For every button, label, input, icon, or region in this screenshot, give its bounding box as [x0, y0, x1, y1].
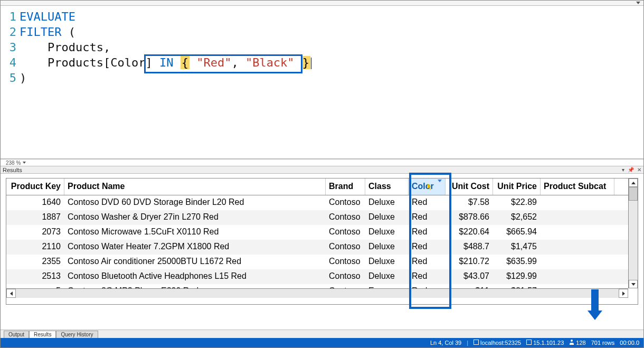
table-row[interactable]: 2355Contoso Air conditioner 25000BTU L16…	[6, 255, 638, 269]
annotation-arrow-icon	[588, 289, 602, 320]
tab-results[interactable]: Results	[29, 331, 56, 338]
chevron-down-icon	[23, 162, 26, 164]
col-header-product-key[interactable]: Product Key	[6, 178, 64, 195]
col-header-unit-price[interactable]: Unit Price	[493, 178, 541, 195]
col-header-color[interactable]: Color	[409, 178, 446, 195]
tab-query-history[interactable]: Query History	[56, 331, 98, 338]
scroll-up-button[interactable]	[629, 178, 638, 187]
status-caret-position: Ln 4, Col 39	[430, 340, 461, 346]
col-header-class[interactable]: Class	[365, 178, 409, 195]
person-icon	[569, 340, 574, 345]
table-row[interactable]: 5Contoso 2G MP3 Player E200 RedContosoEc…	[6, 284, 638, 288]
table-row[interactable]: 1887Contoso Washer & Dryer 27in L270 Red…	[6, 210, 638, 225]
bottom-tabs[interactable]: Output Results Query History	[1, 330, 643, 338]
filter-icon	[438, 180, 442, 182]
col-header-product-name[interactable]: Product Name	[64, 178, 326, 195]
version-icon	[526, 340, 532, 345]
dax-keyword: EVALUATE	[20, 10, 75, 23]
annotation-box-editor	[144, 54, 302, 73]
status-time: 00:00.0	[620, 340, 639, 346]
line-gutter: 12345	[1, 6, 20, 158]
server-icon	[473, 340, 479, 345]
scroll-thumb[interactable]	[629, 187, 638, 201]
table-row[interactable]: 2073Contoso Microwave 1.5CuFt X0110 RedC…	[6, 225, 638, 240]
status-bar: Ln 4, Col 39 | localhost:52325 15.1.101.…	[1, 338, 643, 347]
col-header-brand[interactable]: Brand	[326, 178, 365, 195]
results-panel-header: Results ▾ 📌 ✕	[1, 166, 643, 174]
status-spid: 128	[569, 340, 585, 346]
tab-output[interactable]: Output	[4, 331, 29, 338]
scroll-track[interactable]	[16, 289, 619, 298]
panel-dropdown-icon[interactable]: ▾	[622, 167, 624, 173]
scroll-track[interactable]	[629, 187, 638, 280]
grid-body[interactable]: 1640Contoso DVD 60 DVD Storage Binder L2…	[6, 195, 638, 288]
results-area: Product Key Product Name Brand Class Col…	[1, 174, 643, 330]
zoom-combo[interactable]: 238 %	[1, 159, 643, 166]
brace-close-highlight: }	[301, 56, 310, 69]
status-rows: 701 rows	[591, 340, 615, 346]
scroll-right-button[interactable]	[619, 289, 628, 298]
code-area[interactable]: EVALUATE FILTER ( Products, Products[Col…	[20, 6, 643, 158]
code-editor[interactable]: 12345 EVALUATE FILTER ( Products, Produc…	[1, 6, 643, 159]
panel-pin-icon[interactable]: 📌	[628, 167, 634, 173]
chevron-down-icon	[636, 2, 640, 4]
vertical-scrollbar[interactable]	[628, 178, 638, 288]
scroll-left-button[interactable]	[6, 289, 16, 298]
table-row[interactable]: 1640Contoso DVD 60 DVD Storage Binder L2…	[6, 195, 638, 210]
col-header-product-subcat[interactable]: Product Subcat	[541, 178, 614, 195]
text-caret	[311, 58, 311, 69]
status-version: 15.1.101.23	[526, 340, 564, 346]
editor-top-scrollbar[interactable]	[1, 1, 643, 6]
status-server: localhost:52325	[473, 340, 521, 346]
table-row[interactable]: 2110Contoso Water Heater 7.2GPM X1800 Re…	[6, 240, 638, 255]
scroll-down-button[interactable]	[629, 280, 638, 288]
table-row[interactable]: 2513Contoso Bluetooth Active Headphones …	[6, 269, 638, 284]
panel-close-icon[interactable]: ✕	[637, 167, 641, 173]
grid-header-row[interactable]: Product Key Product Name Brand Class Col…	[6, 178, 638, 195]
dax-keyword: FILTER	[20, 25, 61, 39]
horizontal-scrollbar[interactable]	[6, 288, 628, 298]
col-header-unit-cost[interactable]: Unit Cost	[446, 178, 493, 195]
results-grid[interactable]: Product Key Product Name Brand Class Col…	[6, 178, 638, 305]
